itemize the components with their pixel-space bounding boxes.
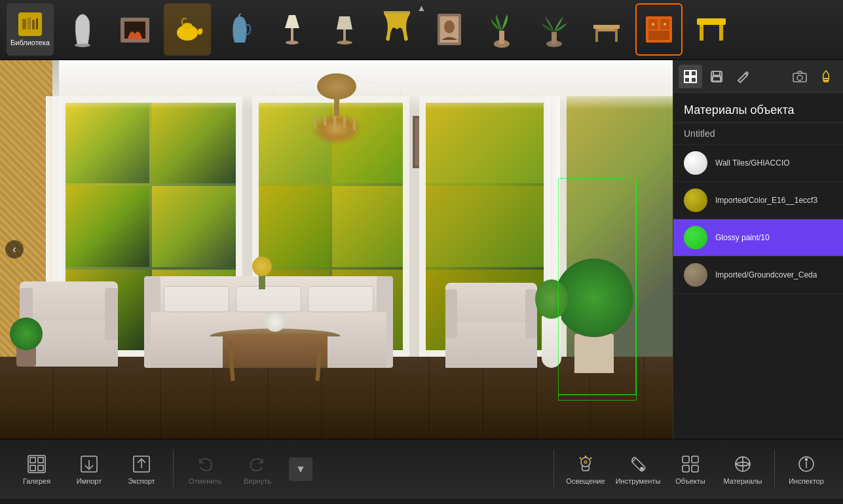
export-button[interactable]: Экспорт: [115, 443, 168, 495]
material-name-2: Imported/Color_E16__1eccf3: [715, 196, 817, 205]
gallery-icon: [26, 454, 47, 475]
obj-teapot[interactable]: [164, 3, 211, 56]
svg-rect-24: [595, 29, 598, 42]
obj-cabinet[interactable]: [635, 3, 683, 56]
obj-portrait[interactable]: [426, 3, 473, 56]
obj-pitcher[interactable]: [216, 3, 263, 56]
material-item-3[interactable]: Glossy paint/10: [673, 219, 843, 257]
chevron-down-button[interactable]: ▼: [289, 458, 312, 481]
svg-rect-36: [684, 71, 690, 76]
swatch-green: [684, 226, 707, 249]
tab-light[interactable]: [814, 65, 838, 88]
objects-button[interactable]: Объекты: [664, 443, 717, 495]
obj-fireplace[interactable]: [111, 3, 159, 56]
materials-button[interactable]: Материалы: [717, 443, 769, 495]
material-name-4: Imported/Groundcover_Ceda: [715, 270, 817, 279]
svg-rect-20: [499, 31, 504, 44]
obj-plant1[interactable]: [478, 3, 525, 56]
svg-point-11: [286, 41, 299, 45]
selection-line-v: [635, 178, 637, 394]
import-icon: [79, 454, 100, 475]
svg-rect-30: [648, 31, 669, 40]
svg-rect-50: [30, 465, 35, 471]
library-label: Библиотека: [10, 39, 50, 46]
selection-indicator: [558, 178, 637, 401]
obj-lamp1[interactable]: [269, 3, 316, 56]
object-label: Untitled: [673, 123, 843, 145]
obj-curtain[interactable]: [373, 3, 421, 56]
svg-point-44: [797, 75, 802, 81]
swatch-ground: [684, 263, 707, 287]
lighting-button[interactable]: Освещение: [559, 443, 612, 495]
tab-paint[interactable]: [731, 65, 755, 88]
nav-arrow-left[interactable]: ‹: [5, 240, 24, 259]
svg-rect-2: [32, 20, 35, 29]
undo-button[interactable]: Отменить: [179, 443, 231, 495]
svg-rect-1: [28, 18, 31, 29]
bottom-toolbar: Галерея Импорт Экспорт Отменить Вернуть: [0, 439, 843, 499]
svg-rect-26: [598, 29, 615, 31]
obj-table[interactable]: [583, 3, 630, 56]
material-item-4[interactable]: Imported/Groundcover_Ceda: [673, 257, 843, 294]
obj-stool[interactable]: [688, 3, 735, 56]
tab-camera[interactable]: [788, 65, 812, 88]
objects-label: Объекты: [675, 477, 705, 485]
svg-rect-23: [593, 25, 620, 29]
material-name-3: Glossy paint/10: [715, 233, 770, 242]
top-toolbar: ▲ Библиотека: [0, 0, 843, 60]
svg-point-31: [652, 23, 654, 26]
gallery-button[interactable]: Галерея: [10, 443, 63, 495]
chevron-up-icon: ▲: [417, 3, 426, 13]
main-area: ‹: [0, 60, 843, 439]
chevron-down-icon: ▼: [295, 463, 306, 475]
svg-rect-37: [691, 71, 696, 76]
svg-line-57: [580, 458, 581, 459]
svg-rect-51: [38, 465, 43, 471]
export-icon: [131, 454, 152, 475]
inspector-icon: [796, 454, 817, 475]
redo-label: Вернуть: [244, 477, 271, 485]
obj-plant2[interactable]: [531, 3, 578, 56]
svg-line-56: [590, 458, 591, 459]
material-item-2[interactable]: Imported/Color_E16__1eccf3: [673, 182, 843, 219]
svg-point-58: [584, 460, 588, 464]
library-button[interactable]: Библиотека: [7, 3, 54, 56]
svg-rect-62: [683, 465, 689, 472]
svg-rect-33: [697, 18, 726, 25]
svg-rect-34: [700, 25, 703, 41]
panel-tabs: [673, 60, 843, 93]
svg-rect-61: [692, 456, 698, 463]
undo-icon: [195, 454, 215, 475]
tools-label: Инструменты: [616, 477, 661, 485]
svg-rect-48: [30, 458, 35, 463]
materials-list: Wall Tiles/GHIACCIO Imported/Color_E16__…: [673, 145, 843, 294]
import-button[interactable]: Импорт: [63, 443, 115, 495]
tab-save[interactable]: [705, 65, 728, 88]
svg-rect-13: [343, 29, 346, 41]
separator-1: [173, 450, 174, 489]
obj-vase[interactable]: [59, 3, 106, 56]
inspector-button[interactable]: Инспектор: [780, 443, 833, 495]
redo-button[interactable]: Вернуть: [231, 443, 284, 495]
tools-button[interactable]: Инструменты: [612, 443, 664, 495]
material-item-1[interactable]: Wall Tiles/GHIACCIO: [673, 145, 843, 182]
svg-marker-12: [337, 16, 352, 29]
obj-lamp2[interactable]: [321, 3, 368, 56]
undo-label: Отменить: [189, 477, 221, 485]
import-label: Импорт: [77, 477, 102, 485]
svg-rect-10: [291, 28, 293, 41]
svg-rect-38: [684, 77, 690, 82]
svg-rect-63: [692, 465, 698, 472]
right-panel: Материалы объекта Untitled Wall Tiles/GH…: [673, 60, 843, 439]
svg-rect-3: [36, 18, 38, 29]
tab-room[interactable]: [679, 65, 702, 88]
svg-rect-41: [713, 71, 720, 75]
svg-rect-60: [683, 456, 689, 463]
svg-rect-49: [38, 458, 43, 463]
gallery-label: Галерея: [23, 477, 50, 485]
svg-marker-9: [285, 15, 299, 28]
inspector-label: Инспектор: [789, 477, 824, 485]
svg-rect-22: [552, 32, 557, 44]
svg-rect-46: [824, 81, 828, 82]
viewport[interactable]: ‹: [0, 60, 673, 439]
